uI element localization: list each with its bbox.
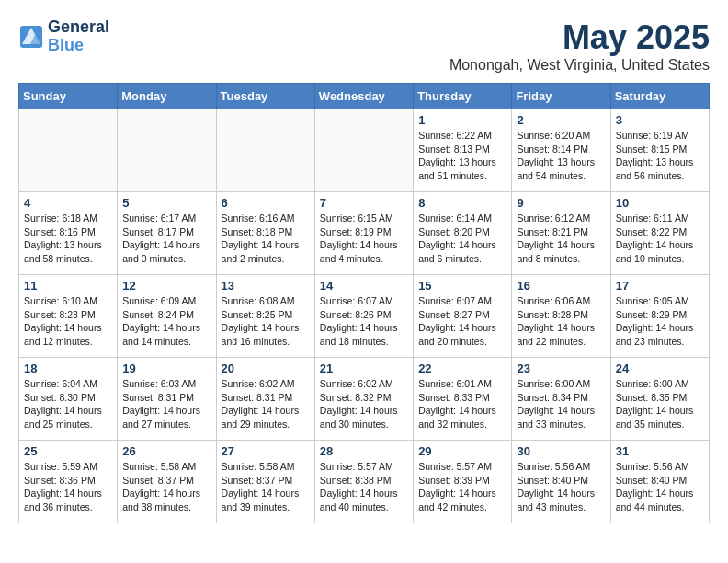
calendar-week-row: 18Sunrise: 6:04 AM Sunset: 8:30 PM Dayli… (19, 358, 710, 441)
calendar-cell: 16Sunrise: 6:06 AM Sunset: 8:28 PM Dayli… (512, 275, 610, 358)
logo-icon (18, 24, 44, 50)
day-info: Sunrise: 6:06 AM Sunset: 8:28 PM Dayligh… (517, 294, 605, 349)
calendar-cell: 10Sunrise: 6:11 AM Sunset: 8:22 PM Dayli… (610, 192, 709, 275)
calendar-table: SundayMondayTuesdayWednesdayThursdayFrid… (18, 83, 710, 523)
calendar-cell: 24Sunrise: 6:00 AM Sunset: 8:35 PM Dayli… (610, 358, 709, 441)
calendar-cell: 25Sunrise: 5:59 AM Sunset: 8:36 PM Dayli… (19, 441, 118, 523)
day-info: Sunrise: 5:59 AM Sunset: 8:36 PM Dayligh… (24, 460, 112, 514)
calendar-cell: 7Sunrise: 6:15 AM Sunset: 8:19 PM Daylig… (314, 192, 413, 275)
calendar-cell: 29Sunrise: 5:57 AM Sunset: 8:39 PM Dayli… (414, 441, 512, 523)
day-number: 12 (122, 279, 210, 293)
page-header: General Blue May 2025 Monongah, West Vir… (18, 18, 710, 74)
day-info: Sunrise: 6:16 AM Sunset: 8:18 PM Dayligh… (222, 212, 310, 266)
calendar-cell: 14Sunrise: 6:07 AM Sunset: 8:26 PM Dayli… (314, 275, 413, 358)
day-info: Sunrise: 6:19 AM Sunset: 8:15 PM Dayligh… (616, 129, 704, 183)
calendar-cell: 4Sunrise: 6:18 AM Sunset: 8:16 PM Daylig… (19, 192, 118, 275)
day-info: Sunrise: 6:17 AM Sunset: 8:17 PM Dayligh… (122, 212, 210, 266)
day-number: 2 (517, 113, 605, 127)
calendar-cell (216, 109, 314, 192)
calendar-cell: 2Sunrise: 6:20 AM Sunset: 8:14 PM Daylig… (512, 109, 610, 192)
calendar-cell: 20Sunrise: 6:02 AM Sunset: 8:31 PM Dayli… (216, 358, 314, 441)
day-number: 20 (222, 362, 310, 375)
calendar-cell: 21Sunrise: 6:02 AM Sunset: 8:32 PM Dayli… (314, 358, 413, 441)
day-info: Sunrise: 6:09 AM Sunset: 8:24 PM Dayligh… (122, 294, 210, 349)
weekday-header: Tuesday (216, 84, 314, 109)
calendar-week-row: 11Sunrise: 6:10 AM Sunset: 8:23 PM Dayli… (19, 275, 710, 358)
calendar-cell: 11Sunrise: 6:10 AM Sunset: 8:23 PM Dayli… (19, 275, 118, 358)
day-number: 19 (122, 362, 210, 375)
calendar-cell: 3Sunrise: 6:19 AM Sunset: 8:15 PM Daylig… (610, 109, 709, 192)
day-info: Sunrise: 5:58 AM Sunset: 8:37 PM Dayligh… (122, 460, 210, 514)
calendar-cell: 1Sunrise: 6:22 AM Sunset: 8:13 PM Daylig… (414, 109, 512, 192)
calendar-cell: 17Sunrise: 6:05 AM Sunset: 8:29 PM Dayli… (610, 275, 709, 358)
day-info: Sunrise: 5:58 AM Sunset: 8:37 PM Dayligh… (222, 460, 310, 514)
location-title: Monongah, West Virginia, United States (449, 57, 710, 74)
day-number: 17 (616, 279, 704, 293)
calendar-body: 1Sunrise: 6:22 AM Sunset: 8:13 PM Daylig… (19, 109, 710, 523)
calendar-cell (314, 109, 413, 192)
day-number: 21 (320, 362, 408, 375)
calendar-cell: 26Sunrise: 5:58 AM Sunset: 8:37 PM Dayli… (118, 441, 216, 523)
day-number: 30 (517, 444, 605, 458)
day-number: 29 (418, 444, 506, 458)
calendar-cell: 28Sunrise: 5:57 AM Sunset: 8:38 PM Dayli… (314, 441, 413, 523)
day-number: 4 (24, 196, 112, 210)
day-number: 24 (616, 362, 704, 375)
day-info: Sunrise: 6:18 AM Sunset: 8:16 PM Dayligh… (24, 212, 112, 266)
day-number: 16 (517, 279, 605, 293)
day-info: Sunrise: 6:02 AM Sunset: 8:31 PM Dayligh… (222, 377, 310, 431)
day-info: Sunrise: 6:20 AM Sunset: 8:14 PM Dayligh… (517, 129, 605, 183)
calendar-header: SundayMondayTuesdayWednesdayThursdayFrid… (19, 84, 710, 109)
day-info: Sunrise: 6:00 AM Sunset: 8:34 PM Dayligh… (517, 377, 605, 431)
calendar-cell (118, 109, 216, 192)
weekday-header: Monday (118, 84, 216, 109)
calendar-cell: 27Sunrise: 5:58 AM Sunset: 8:37 PM Dayli… (216, 441, 314, 523)
day-number: 15 (418, 279, 506, 293)
day-info: Sunrise: 6:07 AM Sunset: 8:27 PM Dayligh… (418, 294, 506, 349)
day-info: Sunrise: 6:12 AM Sunset: 8:21 PM Dayligh… (517, 212, 605, 266)
day-number: 3 (616, 113, 704, 127)
day-number: 23 (517, 362, 605, 375)
calendar-week-row: 1Sunrise: 6:22 AM Sunset: 8:13 PM Daylig… (19, 109, 710, 192)
day-info: Sunrise: 6:15 AM Sunset: 8:19 PM Dayligh… (320, 212, 408, 266)
day-info: Sunrise: 6:14 AM Sunset: 8:20 PM Dayligh… (418, 212, 506, 266)
day-info: Sunrise: 6:02 AM Sunset: 8:32 PM Dayligh… (320, 377, 408, 431)
day-info: Sunrise: 5:56 AM Sunset: 8:40 PM Dayligh… (616, 460, 704, 514)
calendar-cell (19, 109, 118, 192)
calendar-cell: 5Sunrise: 6:17 AM Sunset: 8:17 PM Daylig… (118, 192, 216, 275)
calendar-cell: 12Sunrise: 6:09 AM Sunset: 8:24 PM Dayli… (118, 275, 216, 358)
day-info: Sunrise: 6:04 AM Sunset: 8:30 PM Dayligh… (24, 377, 112, 431)
day-info: Sunrise: 6:11 AM Sunset: 8:22 PM Dayligh… (616, 212, 704, 266)
day-info: Sunrise: 6:10 AM Sunset: 8:23 PM Dayligh… (24, 294, 112, 349)
weekday-header: Thursday (414, 84, 512, 109)
calendar-cell: 31Sunrise: 5:56 AM Sunset: 8:40 PM Dayli… (610, 441, 709, 523)
calendar-cell: 13Sunrise: 6:08 AM Sunset: 8:25 PM Dayli… (216, 275, 314, 358)
day-info: Sunrise: 5:57 AM Sunset: 8:38 PM Dayligh… (320, 460, 408, 514)
day-number: 27 (222, 444, 310, 458)
day-info: Sunrise: 6:05 AM Sunset: 8:29 PM Dayligh… (616, 294, 704, 349)
calendar-cell: 9Sunrise: 6:12 AM Sunset: 8:21 PM Daylig… (512, 192, 610, 275)
day-number: 1 (418, 113, 506, 127)
day-info: Sunrise: 6:00 AM Sunset: 8:35 PM Dayligh… (616, 377, 704, 431)
title-block: May 2025 Monongah, West Virginia, United… (449, 18, 710, 74)
month-title: May 2025 (449, 18, 710, 57)
day-number: 14 (320, 279, 408, 293)
day-info: Sunrise: 6:22 AM Sunset: 8:13 PM Dayligh… (418, 129, 506, 183)
weekday-header: Friday (512, 84, 610, 109)
day-number: 25 (24, 444, 112, 458)
day-number: 13 (222, 279, 310, 293)
calendar-week-row: 4Sunrise: 6:18 AM Sunset: 8:16 PM Daylig… (19, 192, 710, 275)
day-info: Sunrise: 5:57 AM Sunset: 8:39 PM Dayligh… (418, 460, 506, 514)
logo-line1: General (48, 18, 109, 37)
calendar-cell: 15Sunrise: 6:07 AM Sunset: 8:27 PM Dayli… (414, 275, 512, 358)
calendar-cell: 23Sunrise: 6:00 AM Sunset: 8:34 PM Dayli… (512, 358, 610, 441)
weekday-header: Saturday (610, 84, 709, 109)
calendar-cell: 8Sunrise: 6:14 AM Sunset: 8:20 PM Daylig… (414, 192, 512, 275)
weekday-header: Sunday (19, 84, 118, 109)
day-info: Sunrise: 6:01 AM Sunset: 8:33 PM Dayligh… (418, 377, 506, 431)
day-info: Sunrise: 6:03 AM Sunset: 8:31 PM Dayligh… (122, 377, 210, 431)
calendar-cell: 6Sunrise: 6:16 AM Sunset: 8:18 PM Daylig… (216, 192, 314, 275)
day-number: 7 (320, 196, 408, 210)
logo-line2: Blue (48, 37, 109, 55)
day-info: Sunrise: 6:08 AM Sunset: 8:25 PM Dayligh… (222, 294, 310, 349)
